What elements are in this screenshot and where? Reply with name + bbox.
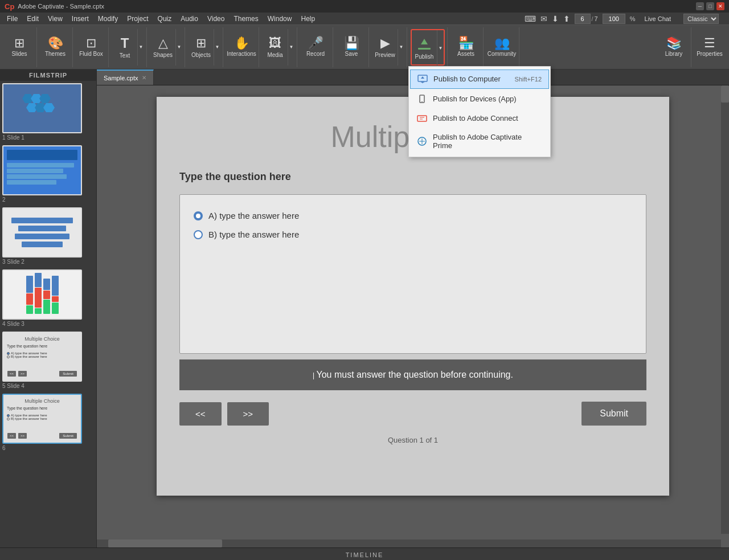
slide-thumb-5[interactable]: Multiple Choice Type the question here A… xyxy=(2,332,94,390)
shapes-dropdown-arrow[interactable]: ▼ xyxy=(175,29,182,66)
menu-themes[interactable]: Themes xyxy=(229,14,263,24)
menu-window[interactable]: Window xyxy=(263,14,297,24)
slide-thumb-6[interactable]: Multiple Choice Type the question here A… xyxy=(2,394,94,452)
publish-icon xyxy=(416,36,432,52)
keyboard-icon[interactable]: ⌨ xyxy=(525,14,536,23)
publish-computer-label: Publish to Computer xyxy=(433,75,501,83)
answer-option-b[interactable]: B) type the answer here xyxy=(191,225,634,244)
menu-project[interactable]: Project xyxy=(122,14,153,24)
record-button[interactable]: 🎤 Record xyxy=(301,29,330,66)
tab-sample[interactable]: Sample.cptx ✕ xyxy=(97,70,154,85)
chart-seg1 xyxy=(26,276,33,293)
vertical-scrollbar[interactable] xyxy=(721,85,729,534)
publish-devices-item[interactable]: Publish for Devices (App) xyxy=(409,89,550,109)
publish-to-computer-item[interactable]: Publish to Computer Shift+F12 xyxy=(410,70,549,89)
chart-col1 xyxy=(26,276,33,314)
mail-icon[interactable]: ✉ xyxy=(540,14,547,23)
radio-inner-a xyxy=(196,214,200,218)
publish-connect-item[interactable]: Publish to Adobe Connect xyxy=(409,109,550,128)
interactions-icon: ✋ xyxy=(234,37,249,50)
objects-dropdown-arrow[interactable]: ▼ xyxy=(214,29,220,66)
interactions-button[interactable]: ✋ Interactions xyxy=(227,29,256,66)
menu-file[interactable]: File xyxy=(2,14,22,24)
library-label: Library xyxy=(665,51,683,57)
prev-button[interactable]: << xyxy=(179,402,222,426)
next-button[interactable]: >> xyxy=(227,402,269,426)
assets-icon: 🏪 xyxy=(458,37,474,50)
filmstrip-header: FILMSTRIP xyxy=(0,70,96,81)
library-button[interactable]: 📚 Library xyxy=(659,29,689,66)
slides-button[interactable]: ⊞ Slides xyxy=(5,29,34,66)
upload-icon[interactable]: ⬆ xyxy=(563,14,570,23)
publish-dropdown-arrow[interactable]: ▼ xyxy=(437,30,444,67)
publish-computer-shortcut: Shift+F12 xyxy=(515,76,542,83)
minimize-button[interactable]: ─ xyxy=(696,2,704,10)
live-chat-label[interactable]: Live Chat xyxy=(640,15,675,22)
svg-rect-8 xyxy=(417,116,427,121)
svg-marker-16 xyxy=(39,94,51,103)
slide-thumb-4[interactable]: 4 Slide 3 xyxy=(2,269,94,328)
publish-connect-label: Publish to Adobe Connect xyxy=(433,114,518,122)
slide3-bar1 xyxy=(11,218,73,223)
timeline-label: TIMELINE xyxy=(346,551,384,558)
media-dropdown-arrow[interactable]: ▼ xyxy=(288,29,294,66)
current-slide-input[interactable] xyxy=(575,14,591,24)
menu-modify[interactable]: Modify xyxy=(93,14,122,24)
menu-help[interactable]: Help xyxy=(296,14,320,24)
menu-audio[interactable]: Audio xyxy=(176,14,203,24)
answer-option-a[interactable]: A) type the answer here xyxy=(191,206,634,225)
text-button[interactable]: T Text ▼ xyxy=(112,29,144,66)
text-dropdown-arrow[interactable]: ▼ xyxy=(137,29,144,66)
submit-button[interactable]: Submit xyxy=(581,402,646,426)
slide-question[interactable]: Type the question here xyxy=(157,165,669,194)
slide5-opt2-text: B) type the answer here xyxy=(11,355,47,358)
menu-view[interactable]: View xyxy=(43,14,67,24)
media-button[interactable]: 🖼 Media ▼ xyxy=(263,29,294,66)
slide-thumb-1[interactable]: 1 Slide 1 xyxy=(2,83,94,142)
question-counter: Question 1 of 1 xyxy=(157,431,669,449)
community-button[interactable]: 👥 Community xyxy=(487,29,517,66)
vertical-scroll-thumb[interactable] xyxy=(721,85,729,103)
menu-video[interactable]: Video xyxy=(203,14,229,24)
record-label: Record xyxy=(306,51,325,57)
radio-a[interactable] xyxy=(194,211,203,220)
slides-label: Slides xyxy=(11,51,27,57)
preview-dropdown-arrow[interactable]: ▼ xyxy=(398,29,404,66)
answer-b-text: B) type the answer here xyxy=(208,230,299,239)
publish-button[interactable]: Publish ▼ xyxy=(411,29,445,66)
save-button[interactable]: 💾 Save xyxy=(337,29,366,66)
community-icon: 👥 xyxy=(494,37,510,50)
horizontal-scrollbar[interactable] xyxy=(97,539,721,547)
assets-button[interactable]: 🏪 Assets xyxy=(451,29,481,66)
main-layout: FILMSTRIP 1 Slide xyxy=(0,70,729,547)
slide2-row4 xyxy=(7,180,56,185)
menu-quiz[interactable]: Quiz xyxy=(153,14,177,24)
objects-button[interactable]: ⊞ Objects ▼ xyxy=(189,29,220,66)
maximize-button[interactable]: □ xyxy=(706,2,714,10)
slide2-row1 xyxy=(7,163,74,167)
media-label: Media xyxy=(267,52,282,58)
themes-label: Themes xyxy=(45,51,65,57)
slide-thumb-3[interactable]: 3 Slide 2 xyxy=(2,207,94,266)
shapes-button[interactable]: △ Shapes ▼ xyxy=(150,29,182,66)
publish-dropdown-menu: Publish to Computer Shift+F12 Publish fo… xyxy=(408,66,551,157)
close-button[interactable]: ✕ xyxy=(716,2,724,10)
text-label: Text xyxy=(120,52,130,59)
themes-button[interactable]: 🎨 Themes xyxy=(40,29,70,66)
radio-b[interactable] xyxy=(194,230,203,239)
menu-edit[interactable]: Edit xyxy=(22,14,43,24)
themes-icon: 🎨 xyxy=(48,37,63,50)
warning-text: You must answer the question before cont… xyxy=(317,370,513,379)
preview-button[interactable]: ▶ Preview ▼ xyxy=(372,29,404,66)
horizontal-scroll-thumb[interactable] xyxy=(108,539,222,547)
svg-marker-1 xyxy=(421,39,428,44)
zoom-input[interactable] xyxy=(603,14,625,24)
fluidbox-button[interactable]: ⊡ Fluid Box xyxy=(76,29,106,66)
slide-thumb-2[interactable]: 2 xyxy=(2,145,94,204)
publish-prime-item[interactable]: Publish to Adobe Captivate Prime xyxy=(409,128,550,154)
properties-button[interactable]: ☰ Properties xyxy=(695,29,724,66)
menu-insert[interactable]: Insert xyxy=(67,14,93,24)
tab-close-button[interactable]: ✕ xyxy=(142,75,146,81)
theme-select[interactable]: Classic xyxy=(683,14,719,24)
download-icon[interactable]: ⬇ xyxy=(552,14,559,23)
